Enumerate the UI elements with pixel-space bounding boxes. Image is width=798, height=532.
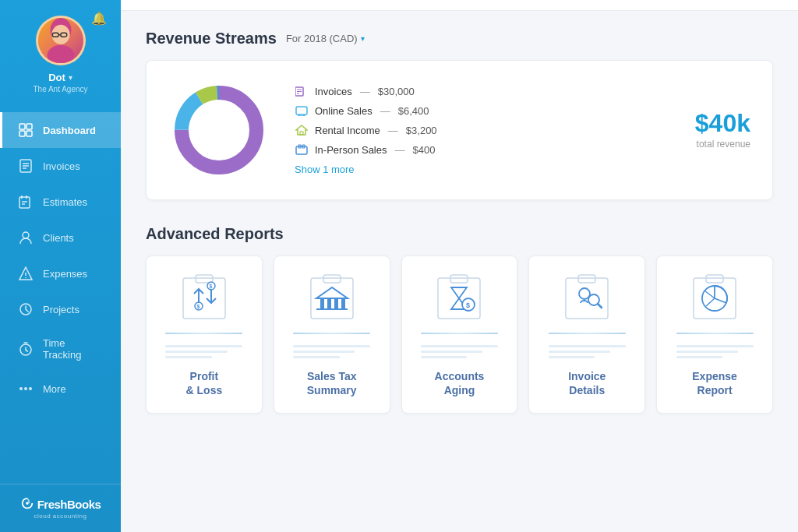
report-lines [165,345,242,358]
report-divider [549,333,626,334]
expenses-icon [18,266,34,281]
report-icon-accounts-aging: $ [411,269,508,323]
legend-label: Invoices [315,86,352,97]
svg-rect-59 [334,298,338,309]
svg-rect-9 [26,131,32,136]
sidebar-item-projects[interactable]: Projects [0,291,121,327]
total-amount: $40k [695,111,750,136]
sidebar-item-expenses[interactable]: Expenses [0,255,121,291]
svg-rect-43 [296,146,307,154]
estimates-icon [18,194,34,210]
svg-text:$: $ [196,304,200,310]
svg-line-78 [715,298,726,303]
clients-icon [18,230,34,245]
svg-point-26 [24,387,27,390]
svg-line-79 [704,291,715,298]
legend-item-rental: Rental Income — $3,200 [295,125,670,136]
sidebar-item-time-tracking[interactable]: Time Tracking [0,327,121,371]
svg-rect-14 [19,197,30,208]
user-name: Dot [48,72,65,83]
report-card-expense-report[interactable]: ExpenseReport [656,255,773,414]
legend-value: $400 [413,144,436,156]
sidebar-item-label: Expenses [43,268,87,280]
report-card-invoice-details[interactable]: InvoiceDetails [528,255,645,414]
revenue-section-header: Revenue Streams For 2018 (CAD) ▾ [146,30,773,48]
logo-brand: FreshBooks [37,498,101,511]
svg-point-5 [47,45,74,65]
svg-point-19 [23,232,29,238]
svg-point-28 [26,502,29,505]
sidebar-item-label: Time Tracking [43,337,105,361]
invoices-legend-icon [295,86,309,97]
revenue-title: Revenue Streams [146,30,277,48]
show-more-button[interactable]: Show 1 more [295,164,670,175]
svg-rect-58 [327,298,331,309]
report-divider [421,333,498,334]
sidebar-item-label: Clients [43,232,74,244]
svg-rect-75 [706,275,723,283]
report-icon-profit-loss: $ $ [156,269,252,323]
legend-item-online-sales: Online Sales — $6,400 [295,105,670,117]
svg-rect-7 [26,124,32,129]
sidebar-item-estimates[interactable]: Estimates [0,184,121,220]
sidebar-item-clients[interactable]: Clients [0,220,121,255]
revenue-total: $40k total revenue [695,111,750,150]
sidebar-item-label: Invoices [43,160,80,172]
report-lines [549,345,626,358]
total-label: total revenue [695,139,750,150]
legend-label: In-Person Sales [315,144,387,156]
sidebar-nav: Dashboard Invoices [0,112,121,484]
svg-point-21 [25,277,26,279]
sidebar-item-more[interactable]: More [0,371,121,407]
svg-marker-61 [316,287,348,298]
report-card-profit-loss[interactable]: $ $ Profit& Loss [146,255,263,414]
svg-rect-64 [450,275,468,283]
svg-point-25 [19,387,23,390]
report-lines [293,345,370,358]
chevron-down-icon[interactable]: ▾ [69,73,72,82]
sidebar-item-label: Projects [43,304,79,315]
legend-value: $3,200 [406,125,437,136]
projects-icon [18,301,34,317]
svg-point-33 [189,100,249,160]
report-icon-expense-report [666,269,763,323]
report-divider [676,333,754,334]
report-card-accounts-aging[interactable]: $ AccountsAging [401,255,518,414]
legend-value: $30,000 [378,86,415,97]
online-sales-legend-icon [295,105,309,116]
report-divider [293,333,370,334]
sidebar-item-dashboard[interactable]: Dashboard [0,112,121,148]
legend-value: $6,400 [398,105,429,117]
sidebar-item-label: Dashboard [43,125,96,136]
svg-point-27 [29,387,32,390]
sidebar-footer: FreshBooks cloud accounting [0,484,121,532]
svg-rect-60 [341,298,345,309]
report-label-accounts-aging: AccountsAging [435,369,485,397]
svg-rect-46 [183,278,225,319]
svg-rect-57 [320,298,324,309]
sidebar-item-invoices[interactable]: Invoices [0,148,121,184]
svg-line-80 [706,298,715,306]
user-agency: The Ant Agency [33,85,87,93]
revenue-legend: Invoices — $30,000 Online Sales — $6,400 [295,86,670,175]
legend-item-inperson: In-Person Sales — $400 [295,144,670,156]
sidebar-item-label: Estimates [43,196,87,208]
avatar[interactable] [36,16,86,65]
svg-rect-70 [578,275,595,283]
legend-label: Online Sales [315,105,373,117]
report-label-profit-loss: Profit& Loss [186,369,223,397]
report-card-sales-tax[interactable]: Sales TaxSummary [274,255,390,414]
bell-icon[interactable]: 🔔 [91,11,107,26]
logo-tagline: cloud accounting [34,513,87,520]
donut-chart [168,79,270,181]
svg-rect-8 [19,131,25,136]
freshbooks-logo: FreshBooks cloud accounting [20,497,101,520]
main-content: Revenue Streams For 2018 (CAD) ▾ [121,0,798,532]
rental-legend-icon [295,125,309,136]
top-bar [121,0,798,11]
inperson-legend-icon [295,144,309,155]
period-selector[interactable]: For 2018 (CAD) ▾ [286,33,365,44]
report-label-sales-tax: Sales TaxSummary [307,369,357,397]
svg-line-73 [598,304,602,308]
content-area: Revenue Streams For 2018 (CAD) ▾ [121,11,798,432]
